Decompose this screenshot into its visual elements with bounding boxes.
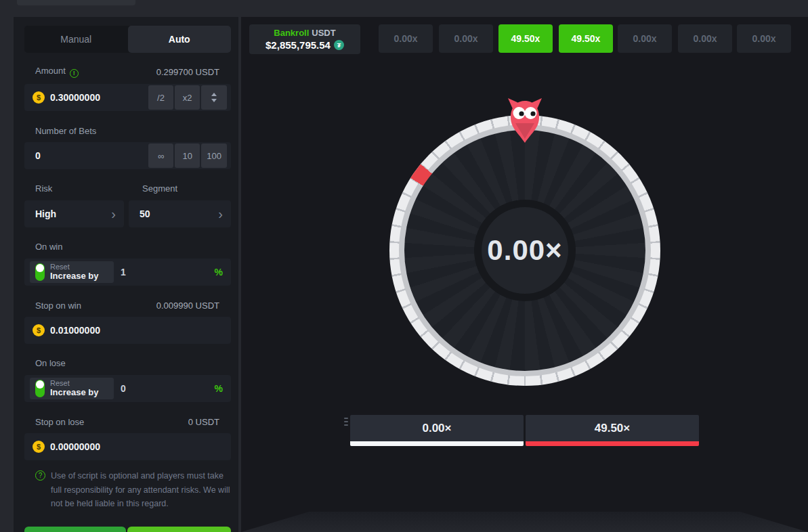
on-lose-label: On lose: [35, 358, 66, 368]
game-area: BankrollUSDT $2,855,795.54 ₮ 0.00x 0.00x…: [241, 17, 808, 532]
result-bar-win: 49.50×: [526, 415, 699, 446]
coin-icon: $: [33, 324, 45, 336]
info-icon: !: [70, 69, 79, 78]
number-of-bets-input[interactable]: 0 ∞ 10 100: [24, 142, 231, 169]
tether-icon: ₮: [334, 40, 344, 50]
bets-label-row: Number of Bets: [35, 125, 219, 136]
on-lose-reset-option[interactable]: Reset: [50, 379, 99, 388]
amount-converted: 0.299700 USDT: [156, 67, 219, 77]
segment-select[interactable]: 50 ›: [129, 200, 231, 227]
recent-multiplier-4[interactable]: 49.50x: [559, 24, 613, 53]
stop-on-lose-label-row: Stop on lose 0 USDT: [35, 416, 219, 427]
on-win-value[interactable]: 1: [121, 259, 126, 286]
bets-10-button[interactable]: 10: [175, 143, 200, 168]
step-up-icon: [211, 93, 217, 96]
toggle-knob: [36, 380, 44, 389]
recent-multiplier-6[interactable]: 0.00x: [678, 24, 732, 53]
on-win-label: On win: [35, 242, 62, 252]
tab-auto[interactable]: Auto: [128, 26, 232, 53]
on-lose-toggle[interactable]: Reset Increase by: [30, 378, 114, 399]
on-win-reset-option[interactable]: Reset: [50, 263, 99, 271]
recent-multiplier-1[interactable]: 0.00x: [379, 24, 433, 53]
on-lose-percent-sign: %: [215, 375, 223, 402]
stop-on-win-label: Stop on win: [35, 301, 81, 311]
top-nav-stub: [17, 0, 135, 5]
coin-icon: $: [33, 441, 45, 453]
result-bar-win-underline: [526, 441, 699, 446]
disclaimer-text: Use of script is optional and players mu…: [51, 469, 230, 511]
amount-stepper[interactable]: [201, 85, 227, 110]
toggle-knob: [36, 264, 44, 272]
recent-multiplier-5[interactable]: 0.00x: [618, 24, 672, 53]
chevron-right-icon: ›: [218, 207, 223, 221]
stop-on-win-value: 0.01000000: [50, 325, 231, 336]
on-win-toggle[interactable]: Reset Increase by: [30, 261, 114, 283]
stop-on-win-converted: 0.009990 USDT: [156, 301, 219, 311]
stop-on-win-input[interactable]: $ 0.01000000: [24, 317, 231, 344]
stop-on-lose-label: Stop on lose: [35, 417, 84, 427]
on-lose-increase-option[interactable]: Increase by: [50, 388, 99, 398]
bet-control-sidebar: Manual Auto Amount! 0.299700 USDT $ 0.30…: [14, 17, 238, 532]
coin-icon: $: [33, 91, 45, 104]
on-win-increase-option[interactable]: Increase by: [50, 271, 99, 282]
grip-icon: [344, 418, 348, 426]
bankroll-label: Bankroll: [274, 28, 309, 38]
recent-multiplier-7[interactable]: 0.00x: [737, 24, 791, 53]
on-lose-value[interactable]: 0: [121, 375, 126, 402]
script-disclaimer: ? Use of script is optional and players …: [35, 469, 230, 511]
step-down-icon: [211, 99, 217, 102]
risk-label: Risk: [35, 183, 52, 194]
segment-value: 50: [140, 208, 150, 219]
double-bet-button[interactable]: x2: [175, 85, 200, 110]
stop-on-lose-input[interactable]: $ 0.00000000: [24, 433, 231, 460]
recent-multiplier-3[interactable]: 49.50x: [498, 24, 553, 53]
amount-input[interactable]: $ 0.30000000 /2 x2: [24, 84, 231, 111]
secondary-action-button[interactable]: [24, 527, 126, 532]
segment-label: Segment: [142, 183, 177, 194]
stop-on-lose-value: 0.00000000: [50, 441, 231, 452]
question-icon: ?: [35, 470, 45, 481]
on-lose-row: Reset Increase by 0 %: [24, 375, 231, 402]
stop-on-win-label-row: Stop on win 0.009990 USDT: [35, 300, 219, 311]
recent-multiplier-2[interactable]: 0.00x: [439, 24, 493, 53]
amount-value: 0.30000000: [50, 92, 148, 103]
wheel-center-multiplier: 0.00×: [389, 115, 660, 386]
on-win-percent-sign: %: [215, 259, 223, 286]
chevron-right-icon: ›: [111, 207, 116, 221]
bets-infinity-button[interactable]: ∞: [148, 143, 173, 168]
amount-label-row: Amount! 0.299700 USDT: [35, 66, 219, 77]
bankroll-button[interactable]: BankrollUSDT $2,855,795.54 ₮: [249, 24, 360, 54]
number-of-bets-value: 0: [35, 150, 148, 161]
stage-floor: [241, 512, 808, 532]
result-bar-lose: 0.00×: [350, 415, 524, 446]
bets-100-button[interactable]: 100: [201, 143, 227, 168]
risk-select[interactable]: High ›: [24, 200, 124, 227]
bankroll-amount: $2,855,795.54: [265, 39, 331, 51]
result-bar-lose-underline: [350, 441, 524, 446]
toggle-pill-icon: [35, 380, 45, 397]
result-bar-win-label: 49.50×: [526, 415, 699, 441]
number-of-bets-label: Number of Bets: [35, 126, 96, 136]
amount-label: Amount!: [35, 66, 79, 78]
stop-on-lose-converted: 0 USDT: [188, 417, 219, 427]
start-autobet-button[interactable]: [127, 527, 231, 532]
risk-value: High: [35, 208, 56, 219]
half-bet-button[interactable]: /2: [148, 85, 173, 110]
bankroll-currency: USDT: [312, 28, 335, 38]
wheel: 0.00×: [389, 115, 660, 386]
result-bar-lose-label: 0.00×: [350, 415, 524, 441]
on-win-row: Reset Increase by 1 %: [24, 259, 231, 286]
toggle-pill-icon: [35, 263, 45, 281]
tab-manual[interactable]: Manual: [24, 26, 128, 53]
owl-pointer-icon: [507, 98, 543, 146]
mode-tabs: Manual Auto: [24, 26, 231, 53]
